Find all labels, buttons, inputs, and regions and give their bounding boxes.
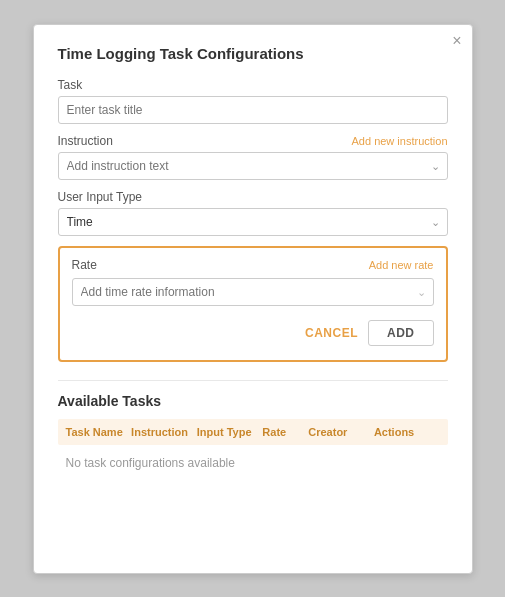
col-task-name: Task Name xyxy=(66,426,132,438)
rate-input[interactable] xyxy=(72,278,434,306)
col-actions: Actions xyxy=(374,426,440,438)
cancel-button[interactable]: CANCEL xyxy=(305,320,358,346)
instruction-label: Instruction xyxy=(58,134,113,148)
rate-chevron-icon: ⌄ xyxy=(417,285,426,298)
col-creator: Creator xyxy=(308,426,374,438)
available-tasks-title: Available Tasks xyxy=(58,393,448,409)
instruction-input[interactable] xyxy=(58,152,448,180)
add-rate-link[interactable]: Add new rate xyxy=(369,259,434,271)
task-input[interactable] xyxy=(58,96,448,124)
col-rate: Rate xyxy=(262,426,308,438)
add-button[interactable]: ADD xyxy=(368,320,434,346)
close-button[interactable]: × xyxy=(452,33,461,49)
user-input-type-section: User Input Type ⌄ xyxy=(58,190,448,236)
instruction-select-wrapper: ⌄ xyxy=(58,152,448,180)
tasks-table: Task Name Instruction Input Type Rate Cr… xyxy=(58,419,448,480)
col-instruction: Instruction xyxy=(131,426,197,438)
no-data-message: No task configurations available xyxy=(66,456,235,470)
rate-input-wrapper: ⌄ xyxy=(72,278,434,306)
table-header: Task Name Instruction Input Type Rate Cr… xyxy=(58,419,448,445)
user-input-type-wrapper: ⌄ xyxy=(58,208,448,236)
task-section: Task xyxy=(58,78,448,124)
table-body: No task configurations available xyxy=(58,445,448,480)
rate-section: Rate Add new rate ⌄ CANCEL ADD xyxy=(58,246,448,362)
rate-label: Rate xyxy=(72,258,97,272)
user-input-type-label: User Input Type xyxy=(58,190,448,204)
user-input-type-input[interactable] xyxy=(58,208,448,236)
modal: × Time Logging Task Configurations Task … xyxy=(33,24,473,574)
task-label: Task xyxy=(58,78,448,92)
divider xyxy=(58,380,448,381)
modal-title: Time Logging Task Configurations xyxy=(58,45,448,62)
add-instruction-link[interactable]: Add new instruction xyxy=(352,135,448,147)
col-input-type: Input Type xyxy=(197,426,263,438)
instruction-section: Instruction Add new instruction ⌄ xyxy=(58,134,448,180)
form-actions: CANCEL ADD xyxy=(72,320,434,346)
